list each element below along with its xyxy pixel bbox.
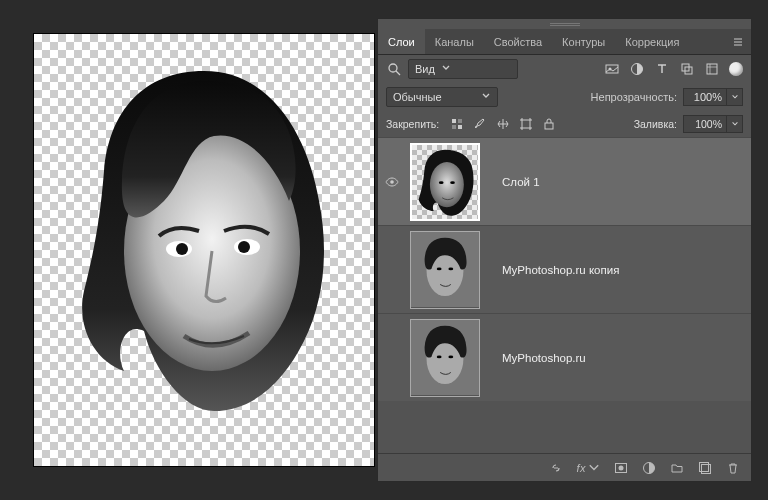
layers-panel: Слои Каналы Свойства Контуры Коррекция В… — [377, 18, 752, 482]
delete-layer-icon[interactable] — [725, 460, 741, 476]
svg-point-2 — [176, 243, 188, 255]
filter-toggle-icon[interactable] — [729, 62, 743, 76]
svg-point-29 — [448, 355, 453, 358]
layer-name[interactable]: Слой 1 — [502, 176, 540, 188]
layer-actions-bar: fx — [378, 453, 751, 481]
new-layer-icon[interactable] — [697, 460, 713, 476]
svg-point-19 — [430, 161, 464, 206]
new-group-icon[interactable] — [669, 460, 685, 476]
svg-rect-16 — [522, 120, 530, 128]
layer-thumbnail[interactable] — [410, 231, 480, 309]
svg-rect-17 — [545, 123, 553, 129]
svg-point-20 — [439, 181, 444, 184]
filter-type-icon[interactable] — [654, 61, 670, 77]
svg-rect-14 — [452, 125, 456, 129]
svg-rect-15 — [458, 125, 462, 129]
tab-adjustments[interactable]: Коррекция — [615, 29, 689, 54]
lock-artboard-icon[interactable] — [518, 116, 534, 132]
image-content — [54, 51, 354, 431]
svg-point-5 — [389, 64, 397, 72]
lock-transparency-icon[interactable] — [449, 116, 465, 132]
lock-row: Закрепить: Заливка: 100% — [378, 111, 751, 137]
panel-drag-handle[interactable] — [378, 19, 751, 29]
layer-row[interactable]: MyPhotoshop.ru — [378, 313, 751, 401]
filter-pixel-icon[interactable] — [604, 61, 620, 77]
tab-channels[interactable]: Каналы — [425, 29, 484, 54]
svg-rect-11 — [707, 64, 717, 74]
layer-fx-icon[interactable]: fx — [576, 460, 601, 476]
layer-name[interactable]: MyPhotoshop.ru копия — [502, 264, 619, 276]
svg-point-25 — [448, 267, 453, 270]
blend-mode-label: Обычные — [393, 91, 442, 103]
lock-all-icon[interactable] — [541, 116, 557, 132]
svg-point-21 — [450, 181, 455, 184]
tab-paths[interactable]: Контуры — [552, 29, 615, 54]
layer-filter-select[interactable]: Вид — [408, 59, 518, 79]
tab-properties[interactable]: Свойства — [484, 29, 552, 54]
filter-label: Вид — [415, 63, 435, 75]
layer-row[interactable]: Слой 1 — [378, 137, 751, 225]
layer-list: Слой 1 MyPhotoshop.ru копия MyPhotoshop.… — [378, 137, 751, 453]
opacity-input[interactable]: 100% — [683, 88, 727, 106]
fill-label: Заливка: — [634, 118, 677, 130]
svg-point-18 — [390, 180, 394, 184]
filter-row: Вид — [378, 55, 751, 83]
filter-smartobject-icon[interactable] — [704, 61, 720, 77]
blend-mode-select[interactable]: Обычные — [386, 87, 498, 107]
opacity-label: Непрозрачность: — [591, 91, 677, 103]
opacity-dropdown-icon[interactable] — [727, 88, 743, 106]
layer-thumbnail[interactable] — [410, 319, 480, 397]
chevron-down-icon — [481, 91, 491, 103]
fill-dropdown-icon[interactable] — [727, 115, 743, 133]
link-layers-icon[interactable] — [548, 460, 564, 476]
svg-point-24 — [437, 267, 442, 270]
layer-row[interactable]: MyPhotoshop.ru копия — [378, 225, 751, 313]
lock-label: Закрепить: — [386, 118, 439, 130]
svg-point-31 — [619, 465, 624, 470]
blend-row: Обычные Непрозрачность: 100% — [378, 83, 751, 111]
panel-menu-icon[interactable] — [725, 37, 751, 47]
panel-tabs: Слои Каналы Свойства Контуры Коррекция — [378, 29, 751, 55]
fill-input[interactable]: 100% — [683, 115, 727, 133]
svg-rect-33 — [702, 464, 711, 473]
search-icon[interactable] — [386, 61, 402, 77]
chevron-down-icon — [441, 63, 451, 75]
svg-rect-34 — [700, 462, 709, 471]
lock-brush-icon[interactable] — [472, 116, 488, 132]
tab-layers[interactable]: Слои — [378, 29, 425, 54]
add-mask-icon[interactable] — [613, 460, 629, 476]
filter-adjustment-icon[interactable] — [629, 61, 645, 77]
filter-shape-icon[interactable] — [679, 61, 695, 77]
layer-name[interactable]: MyPhotoshop.ru — [502, 352, 586, 364]
svg-rect-12 — [452, 119, 456, 123]
canvas[interactable] — [34, 34, 374, 466]
svg-rect-13 — [458, 119, 462, 123]
svg-point-4 — [238, 241, 250, 253]
adjustment-layer-icon[interactable] — [641, 460, 657, 476]
lock-position-icon[interactable] — [495, 116, 511, 132]
visibility-toggle[interactable] — [378, 175, 406, 189]
svg-point-28 — [437, 355, 442, 358]
layer-thumbnail[interactable] — [410, 143, 480, 221]
